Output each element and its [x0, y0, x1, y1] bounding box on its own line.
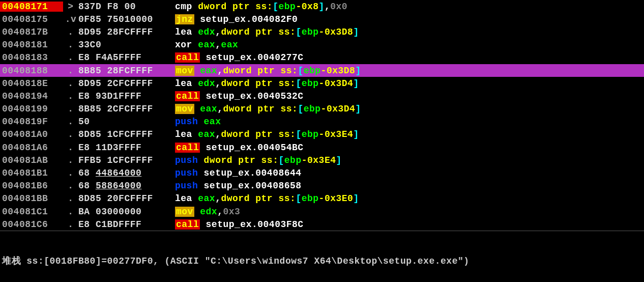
flag-cell: .	[63, 155, 78, 165]
space	[192, 27, 198, 37]
bracket: [	[296, 193, 301, 204]
disasm-row[interactable]: 00408171>837D F8 00cmp dword ptr ss:[ebp…	[0, 0, 644, 13]
address-cell[interactable]: 00408171	[0, 2, 63, 12]
disasm-row[interactable]: 00408194.E8 93D1FFFFcall setup_ex.004053…	[0, 90, 644, 102]
address-cell[interactable]: 00408181	[0, 40, 63, 50]
disasm-row[interactable]: 00408181.33C0xor eax,eax	[0, 39, 644, 51]
asm-cell: push setup_ex.00408658	[175, 181, 644, 191]
asm-cell: lea eax,dword ptr ss:[ebp-0x3E0]	[175, 193, 644, 204]
address-cell[interactable]: 004081B6	[0, 181, 63, 191]
bracket: ]	[355, 66, 361, 76]
flag-cell: .	[63, 104, 78, 114]
asm-token: 0x3E4	[325, 129, 354, 139]
bracket: [	[278, 155, 284, 165]
disasm-row[interactable]: 004081C6.E8 C1BDFFFFcall setup_ex.00403F…	[0, 218, 644, 231]
asm-cell: lea edx,dword ptr ss:[ebp-0x3D4]	[175, 78, 644, 89]
mnemonic-push: push	[175, 117, 198, 127]
space	[200, 219, 206, 230]
bracket: ]	[355, 104, 361, 114]
address-cell[interactable]: 004081C1	[0, 207, 63, 217]
register: eax	[198, 40, 215, 50]
bracket: [	[296, 27, 301, 37]
asm-cell: lea eax,dword ptr ss:[ebp-0x3E4]	[175, 129, 644, 139]
asm-token: setup_ex.004054BC	[206, 143, 304, 153]
disasm-row[interactable]: 00408188.8B85 28FCFFFFmov eax,dword ptr …	[0, 64, 644, 77]
bytes-cell: E8 93D1FFFF	[78, 91, 175, 101]
asm-token: lea	[175, 27, 192, 37]
asm-token: ,	[325, 2, 330, 12]
asm-token: lea	[175, 78, 192, 89]
asm-token: setup_ex.00403F8C	[206, 219, 304, 230]
space	[200, 52, 206, 63]
register: ebp	[302, 78, 319, 89]
asm-token: ,	[217, 207, 223, 217]
space	[200, 91, 206, 101]
address-cell[interactable]: 0040817B	[0, 27, 63, 37]
mnemonic: mov	[175, 207, 194, 217]
register: eax	[198, 129, 215, 139]
bracket: ]	[336, 155, 342, 165]
disasm-row[interactable]: 004081BB.8D85 20FCFFFFlea eax,dword ptr …	[0, 192, 644, 205]
address-cell[interactable]: 0040818E	[0, 78, 63, 89]
register: edx	[200, 207, 217, 217]
disasm-row[interactable]: 004081B6.68 58864000push setup_ex.004086…	[0, 180, 644, 192]
flag-cell: .	[63, 193, 78, 204]
flag-cell: .	[63, 207, 78, 217]
bracket: ]	[353, 193, 359, 204]
address-cell[interactable]: 004081A6	[0, 143, 63, 153]
disasm-row[interactable]: 004081C1.BA 03000000mov edx,0x3	[0, 205, 644, 218]
bytes-cell: 0F85 75010000	[78, 14, 175, 24]
asm-token: -	[302, 155, 307, 165]
flag-cell: .	[63, 168, 78, 178]
register: ebp	[304, 104, 321, 114]
register: ebp	[302, 193, 319, 204]
bytes-cell: 33C0	[78, 40, 175, 50]
disasm-row[interactable]: 004081AB.FFB5 1CFCFFFFpush dword ptr ss:…	[0, 154, 644, 166]
asm-cell: push dword ptr ss:[ebp-0x3E4]	[175, 155, 644, 165]
disasm-row[interactable]: 0040819F.50push eax	[0, 116, 644, 128]
disasm-row[interactable]: 00408175.v0F85 75010000jnz setup_ex.0040…	[0, 13, 644, 25]
address-cell[interactable]: 004081A0	[0, 129, 63, 139]
address-cell[interactable]: 004081B1	[0, 168, 63, 178]
space	[192, 193, 198, 204]
register: eax	[198, 193, 215, 204]
bytes-cell: E8 F4A5FFFF	[78, 52, 175, 63]
bytes-cell: 68 58864000	[78, 181, 175, 191]
address-cell[interactable]: 00408175	[0, 14, 63, 24]
space	[192, 40, 198, 50]
address-cell[interactable]: 004081AB	[0, 155, 63, 165]
asm-token: dword ptr ss:	[221, 78, 296, 89]
disasm-row[interactable]: 00408199.8B85 2CFCFFFFmov eax,dword ptr …	[0, 103, 644, 116]
address-cell[interactable]: 00408194	[0, 91, 63, 101]
flag-cell: .	[63, 27, 78, 37]
register: eax	[204, 117, 221, 127]
mnemonic-push: push	[175, 155, 198, 165]
asm-token: 0x3D8	[327, 66, 356, 76]
address-cell[interactable]: 00408183	[0, 52, 63, 63]
asm-cell: jnz setup_ex.004082F0	[175, 14, 644, 24]
bracket: [	[296, 129, 301, 139]
asm-token: dword ptr ss:	[221, 129, 296, 139]
space	[198, 155, 203, 165]
space	[198, 181, 203, 191]
disassembly-pane[interactable]: 00408171>837D F8 00cmp dword ptr ss:[ebp…	[0, 0, 644, 231]
address-cell[interactable]: 004081C6	[0, 219, 63, 230]
address-cell[interactable]: 004081BB	[0, 193, 63, 204]
flag-cell: .	[63, 40, 78, 50]
asm-cell: xor eax,eax	[175, 40, 644, 50]
address-cell[interactable]: 0040819F	[0, 117, 63, 127]
mnemonic: mov	[175, 104, 194, 114]
disasm-row[interactable]: 004081A6.E8 11D3FFFFcall setup_ex.004054…	[0, 141, 644, 154]
address-cell[interactable]: 00408188	[0, 66, 63, 76]
disasm-row[interactable]: 004081B1.68 44864000push setup_ex.004086…	[0, 166, 644, 179]
disasm-row[interactable]: 0040818E.8D95 2CFCFFFFlea edx,dword ptr …	[0, 77, 644, 90]
address-cell[interactable]: 00408199	[0, 104, 63, 114]
bytes-cell: FFB5 1CFCFFFF	[78, 155, 175, 165]
space	[192, 2, 198, 12]
disasm-row[interactable]: 004081A0.8D85 1CFCFFFFlea eax,dword ptr …	[0, 128, 644, 141]
disasm-row[interactable]: 00408183.E8 F4A5FFFFcall setup_ex.004027…	[0, 51, 644, 64]
mnemonic-call: call	[175, 91, 200, 101]
bytes-cell: 8D95 2CFCFFFF	[78, 78, 175, 89]
disasm-row[interactable]: 0040817B.8D95 28FCFFFFlea edx,dword ptr …	[0, 25, 644, 38]
status-pane: 堆栈 ss:[0018FB80]=00277DF0, (ASCII "C:\Us…	[0, 231, 644, 282]
